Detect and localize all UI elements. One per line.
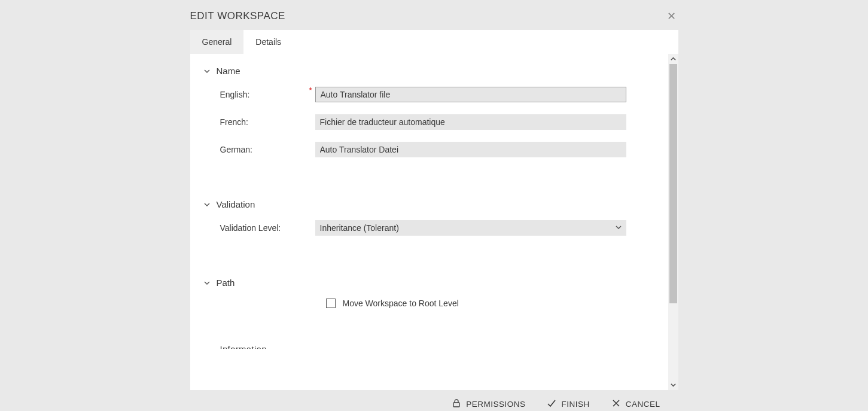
input-french[interactable] <box>315 114 626 130</box>
section-title-name: Name <box>217 66 240 76</box>
scroll-track[interactable] <box>668 64 678 380</box>
edit-workspace-dialog: General Details Name English: * <box>190 30 678 390</box>
scroll-up-arrow-icon[interactable] <box>668 54 678 64</box>
select-validation-level-value: Inheritance (Tolerant) <box>320 223 399 233</box>
select-validation-level[interactable]: Inheritance (Tolerant) <box>315 220 626 236</box>
label-french: French: <box>220 117 315 127</box>
tab-general[interactable]: General <box>190 30 244 54</box>
cancel-button[interactable]: CANCEL <box>611 398 660 410</box>
section-title-path: Path <box>217 278 235 288</box>
label-german: German: <box>220 145 315 154</box>
close-button[interactable]: ✕ <box>665 8 678 24</box>
chevron-down-icon <box>616 224 622 232</box>
cancel-button-label: CANCEL <box>626 400 660 409</box>
check-icon <box>547 398 556 410</box>
finish-button[interactable]: FINISH <box>547 398 589 410</box>
close-icon: ✕ <box>667 10 676 22</box>
chevron-down-icon <box>203 280 211 286</box>
scroll-thumb[interactable] <box>669 64 677 303</box>
x-icon <box>611 398 621 410</box>
input-english[interactable] <box>315 87 626 102</box>
label-english: English: <box>220 90 315 99</box>
vertical-scrollbar[interactable] <box>668 54 678 390</box>
lock-icon <box>452 398 461 410</box>
section-title-validation: Validation <box>217 199 255 209</box>
permissions-button-label: PERMISSIONS <box>466 400 525 409</box>
tab-details[interactable]: Details <box>243 30 293 54</box>
scroll-down-arrow-icon[interactable] <box>668 380 678 390</box>
label-validation-level: Validation Level: <box>220 223 315 233</box>
dialog-title: EDIT WORKSPACE <box>190 10 285 22</box>
dialog-footer: PERMISSIONS FINISH CANCEL <box>190 390 678 411</box>
tab-bar: General Details <box>190 30 678 54</box>
checkbox-move-root[interactable] <box>326 299 336 308</box>
permissions-button[interactable]: PERMISSIONS <box>452 398 525 410</box>
chevron-down-icon <box>203 202 211 208</box>
dialog-header: EDIT WORKSPACE ✕ <box>190 0 678 30</box>
input-german[interactable] <box>315 142 626 157</box>
section-toggle-path[interactable]: Path <box>203 278 626 288</box>
dialog-content: Name English: * French: German: <box>190 54 668 390</box>
finish-button-label: FINISH <box>561 400 589 409</box>
required-indicator: * <box>309 86 312 95</box>
chevron-down-icon <box>203 68 211 74</box>
svg-rect-0 <box>453 403 459 407</box>
label-move-root: Move Workspace to Root Level <box>343 299 459 308</box>
section-title-information-partial: Information <box>203 344 626 349</box>
section-toggle-validation[interactable]: Validation <box>203 199 626 209</box>
section-toggle-name[interactable]: Name <box>203 66 626 76</box>
